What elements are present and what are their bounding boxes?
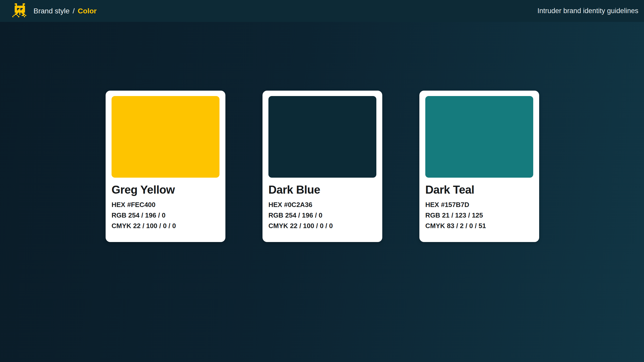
intruder-invader-icon[interactable] <box>12 3 27 18</box>
breadcrumb-parent-link[interactable]: Brand style <box>33 7 70 15</box>
color-card-greg-yellow: Greg Yellow HEX #FEC400 RGB 254 / 196 / … <box>106 91 225 242</box>
cmyk-value: CMYK 22 / 100 / 0 / 0 <box>112 221 219 231</box>
breadcrumb-separator: / <box>73 7 75 15</box>
color-specs: HEX #FEC400 RGB 254 / 196 / 0 CMYK 22 / … <box>112 200 219 231</box>
top-navigation-bar: Brand style / Color Intruder brand ident… <box>0 0 644 22</box>
color-swatch-dark-blue <box>268 96 376 178</box>
rgb-value: RGB 21 / 123 / 125 <box>425 210 533 221</box>
hex-value: HEX #0C2A36 <box>268 200 376 210</box>
cmyk-value: CMYK 22 / 100 / 0 / 0 <box>268 221 376 231</box>
color-name-heading: Greg Yellow <box>112 183 219 196</box>
color-swatch-dark-teal <box>425 96 533 178</box>
site-title-label: Intruder brand identity guidelines <box>537 0 638 22</box>
rgb-value: RGB 254 / 196 / 0 <box>268 210 376 221</box>
color-name-heading: Dark Blue <box>268 183 376 196</box>
color-name-heading: Dark Teal <box>425 183 533 196</box>
color-card-dark-teal: Dark Teal HEX #157B7D RGB 21 / 123 / 125… <box>419 91 539 242</box>
color-card-dark-blue: Dark Blue HEX #0C2A36 RGB 254 / 196 / 0 … <box>262 91 382 242</box>
cmyk-value: CMYK 83 / 2 / 0 / 51 <box>425 221 533 231</box>
breadcrumb: Brand style / Color <box>33 0 97 22</box>
color-swatch-greg-yellow <box>112 96 219 178</box>
color-specs: HEX #157B7D RGB 21 / 123 / 125 CMYK 83 /… <box>425 200 533 231</box>
hex-value: HEX #FEC400 <box>112 200 219 210</box>
color-cards-row: Greg Yellow HEX #FEC400 RGB 254 / 196 / … <box>106 91 539 242</box>
hex-value: HEX #157B7D <box>425 200 533 210</box>
rgb-value: RGB 254 / 196 / 0 <box>112 210 219 221</box>
breadcrumb-current-page[interactable]: Color <box>78 7 97 15</box>
color-specs: HEX #0C2A36 RGB 254 / 196 / 0 CMYK 22 / … <box>268 200 376 231</box>
